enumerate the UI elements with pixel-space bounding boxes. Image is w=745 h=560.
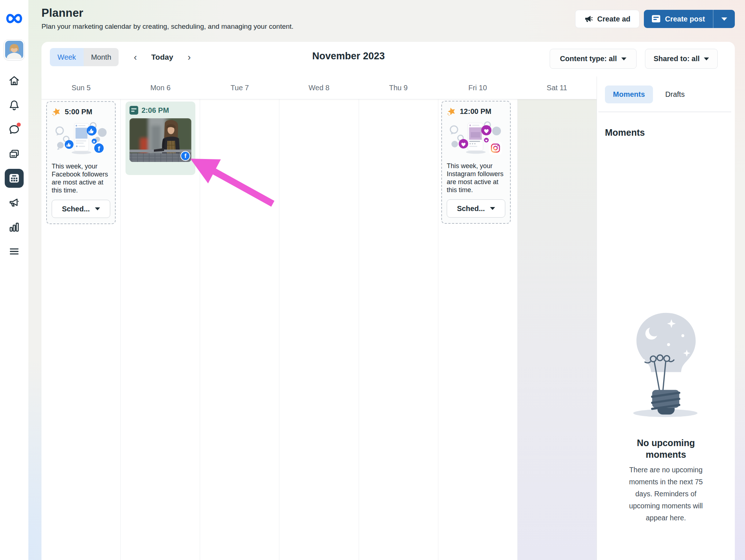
bell-icon: [8, 99, 20, 111]
page-subtitle: Plan your marketing calendar by creating…: [41, 23, 294, 31]
meta-logo-icon[interactable]: [5, 10, 24, 28]
calendar-icon: [8, 172, 20, 184]
suggestion-text: This week, your Facebook followers are m…: [52, 162, 110, 194]
tab-month[interactable]: Month: [84, 48, 119, 66]
bar-chart-icon: [8, 221, 20, 233]
moments-heading: Moments: [605, 127, 735, 138]
sidebar-item-home[interactable]: [5, 74, 24, 88]
empty-state-text: There are no upcoming moments in the nex…: [620, 464, 712, 524]
day-header-wed-8: Wed 8: [279, 76, 359, 99]
suggestion-text: This week, your Instagram followers are …: [447, 162, 505, 194]
megaphone-icon: [584, 15, 593, 23]
chevron-down-icon: [721, 17, 727, 21]
shared-to-label: Shared to: all: [654, 55, 700, 63]
day-header-tue-7: Tue 7: [200, 76, 279, 99]
sidebar-item-ads[interactable]: [5, 195, 24, 210]
day-header-sun-5: Sun 5: [41, 76, 121, 99]
sidebar-item-posts[interactable]: [5, 147, 24, 161]
moments-panel: Moments Drafts Moments: [597, 76, 735, 560]
tab-moments[interactable]: Moments: [605, 86, 653, 103]
day-header-sat-11: Sat 11: [517, 76, 597, 99]
posts-icon: [8, 148, 20, 160]
hamburger-menu-icon: [8, 245, 20, 258]
schedule-label: Sched...: [457, 204, 485, 213]
day-column-tue-7[interactable]: [200, 99, 279, 560]
create-post-button[interactable]: Create post: [644, 10, 713, 28]
create-ad-button[interactable]: Create ad: [575, 10, 640, 28]
planner-card: Week Month ‹ Today › November 2023 Conte…: [41, 42, 735, 560]
month-title: November 2023: [294, 51, 403, 62]
instagram-engagement-illustration-icon: [447, 121, 505, 157]
grid-columns: [41, 99, 597, 560]
scheduled-post-card[interactable]: 2:06 PM: [126, 102, 195, 175]
tab-drafts[interactable]: Drafts: [665, 90, 685, 99]
empty-state: No upcoming moments There are no upcomin…: [597, 308, 735, 524]
view-toggle: Week Month: [50, 48, 119, 66]
chevron-down-icon: [95, 207, 100, 210]
magic-star-icon: [52, 107, 61, 117]
suggestion-time: 5:00 PM: [65, 108, 92, 116]
sidebar-item-notifications[interactable]: [5, 98, 24, 112]
header-actions: Create ad Create post: [575, 10, 735, 28]
day-column-thu-9[interactable]: [359, 99, 438, 560]
sidebar-item-messages[interactable]: [5, 122, 24, 137]
create-ad-label: Create ad: [597, 15, 630, 23]
empty-state-title: No upcoming moments: [628, 437, 704, 460]
post-icon: [130, 106, 138, 115]
create-post-label: Create post: [665, 15, 705, 23]
schedule-label: Sched...: [62, 205, 90, 213]
next-week-button[interactable]: ›: [182, 50, 196, 64]
day-header-mon-6: Mon 6: [121, 76, 200, 99]
magic-star-icon: [447, 107, 457, 116]
megaphone-icon: [8, 196, 20, 209]
facebook-suggestion-card[interactable]: 5:00 PM: [46, 101, 116, 224]
lightbulb-illustration-icon: [629, 308, 704, 420]
calendar-week-grid: 5:00 PM: [41, 99, 597, 560]
post-icon: [652, 15, 661, 23]
tab-week[interactable]: Week: [50, 48, 84, 66]
post-time: 2:06 PM: [142, 106, 169, 115]
planner-page: Planner Plan your marketing calendar by …: [0, 0, 745, 560]
panel-tabs: Moments Drafts: [605, 86, 735, 103]
page-title: Planner: [41, 7, 294, 20]
suggestion-time: 12:00 PM: [460, 107, 491, 116]
day-header-row: Sun 5 Mon 6 Tue 7 Wed 8 Thu 9 Fri 10 Sat…: [41, 76, 597, 99]
schedule-button[interactable]: Sched...: [52, 200, 110, 218]
divider: [598, 112, 731, 112]
page-header: Planner Plan your marketing calendar by …: [41, 7, 294, 31]
content-type-filter[interactable]: Content type: all: [550, 49, 637, 69]
svg-text:f: f: [97, 145, 100, 152]
chevron-down-icon: [621, 57, 626, 60]
shared-to-filter[interactable]: Shared to: all: [645, 49, 718, 69]
home-icon: [8, 75, 20, 87]
schedule-button[interactable]: Sched...: [447, 199, 505, 218]
create-post-split-button: Create post: [644, 10, 735, 28]
sidebar-item-planner[interactable]: [5, 169, 24, 188]
avatar[interactable]: [4, 39, 25, 60]
day-column-sat-11[interactable]: [518, 99, 597, 560]
unread-badge: [17, 123, 21, 127]
instagram-suggestion-card[interactable]: 12:00 PM: [441, 101, 511, 224]
day-header-thu-9: Thu 9: [359, 76, 438, 99]
prev-week-button[interactable]: ‹: [128, 50, 143, 64]
today-button[interactable]: Today: [143, 53, 182, 61]
create-post-dropdown[interactable]: [713, 10, 735, 28]
day-column-wed-8[interactable]: [279, 99, 359, 560]
facebook-badge-icon: f: [180, 151, 190, 161]
sidebar-item-menu[interactable]: [5, 244, 24, 259]
sidebar: [0, 0, 28, 560]
day-header-fri-10: Fri 10: [438, 76, 517, 99]
chevron-down-icon: [490, 207, 495, 210]
sidebar-nav: [5, 74, 24, 269]
date-navigation: ‹ Today ›: [128, 48, 196, 66]
content-type-label: Content type: all: [560, 55, 617, 63]
facebook-engagement-illustration-icon: f: [52, 121, 110, 158]
chevron-down-icon: [704, 57, 709, 60]
sidebar-item-insights[interactable]: [5, 220, 24, 234]
post-photo: f: [130, 118, 191, 162]
